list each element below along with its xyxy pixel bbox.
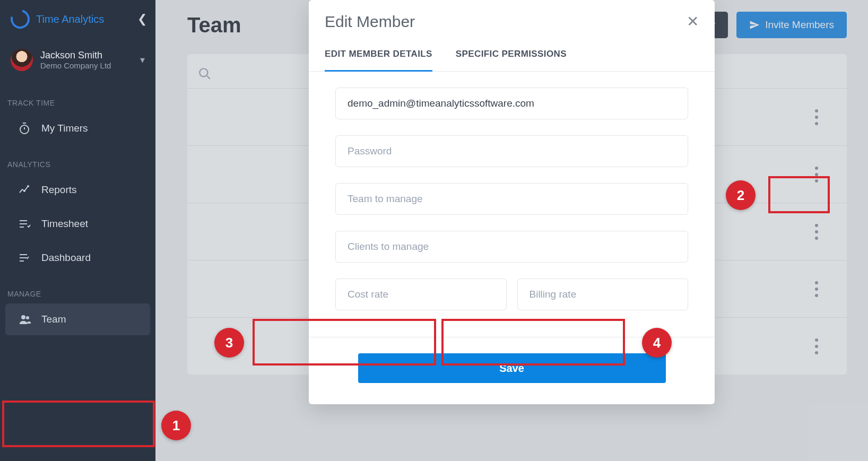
- sidebar-item-label: Team: [41, 314, 66, 325]
- sidebar: Time Analytics ❮ Jackson Smith Demo Comp…: [0, 0, 155, 461]
- sidebar-item-label: Reports: [41, 184, 77, 196]
- svg-point-2: [24, 190, 25, 192]
- user-name: Jackson Smith: [40, 50, 111, 61]
- tab-edit-member-details[interactable]: EDIT MEMBER DETAILS: [325, 49, 432, 72]
- sidebar-item-my-timers[interactable]: My Timers: [5, 112, 150, 144]
- annotation-marker-2: 2: [726, 180, 756, 210]
- annotation-marker-1: 1: [161, 411, 191, 440]
- save-button[interactable]: Save: [358, 353, 666, 383]
- sidebar-item-label: My Timers: [41, 123, 88, 134]
- billing-rate-field[interactable]: [517, 279, 689, 310]
- cost-rate-field[interactable]: [335, 279, 507, 310]
- email-field[interactable]: [335, 88, 688, 119]
- sidebar-item-label: Timesheet: [41, 218, 88, 230]
- section-analytics: ANALYTICS: [0, 145, 155, 173]
- sidebar-item-label: Dashboard: [41, 252, 91, 264]
- annotation-marker-3: 3: [214, 328, 244, 358]
- svg-point-4: [26, 316, 29, 319]
- main: Team er Manually Invite Members: [155, 0, 868, 461]
- svg-point-1: [28, 186, 29, 187]
- section-manage: MANAGE: [0, 275, 155, 302]
- modal-title: Edit Member: [325, 13, 415, 31]
- clients-to-manage-field[interactable]: [335, 231, 688, 263]
- timer-icon: [18, 122, 34, 135]
- sidebar-item-dashboard[interactable]: Dashboard: [5, 242, 150, 274]
- sidebar-item-timesheet[interactable]: Timesheet: [5, 208, 150, 240]
- sidebar-item-reports[interactable]: Reports: [5, 174, 150, 206]
- sidebar-header: Time Analytics ❮: [0, 0, 155, 38]
- team-to-manage-field[interactable]: [335, 183, 688, 215]
- modal-overlay[interactable]: Edit Member ✕ EDIT MEMBER DETAILS SPECIF…: [155, 0, 868, 461]
- svg-point-3: [21, 315, 25, 319]
- annotation-marker-4: 4: [642, 328, 672, 358]
- section-track-time: TRACK TIME: [0, 84, 155, 111]
- brand-name: Time Analytics: [36, 13, 104, 25]
- dashboard-icon: [18, 251, 34, 264]
- list-check-icon: [18, 218, 34, 230]
- chart-icon: [18, 184, 34, 196]
- tab-specific-permissions[interactable]: SPECIFIC PERMISSIONS: [456, 49, 567, 71]
- password-field[interactable]: [335, 135, 688, 167]
- sidebar-item-team[interactable]: Team: [5, 303, 150, 335]
- chevron-down-icon: ▾: [140, 54, 145, 66]
- team-icon: [18, 313, 34, 326]
- avatar: [11, 49, 33, 71]
- logo-icon: [7, 6, 33, 32]
- collapse-sidebar-button[interactable]: ❮: [137, 12, 147, 26]
- close-icon[interactable]: ✕: [687, 14, 699, 29]
- user-menu[interactable]: Jackson Smith Demo Company Ltd ▾: [0, 38, 155, 84]
- user-company: Demo Company Ltd: [40, 61, 111, 70]
